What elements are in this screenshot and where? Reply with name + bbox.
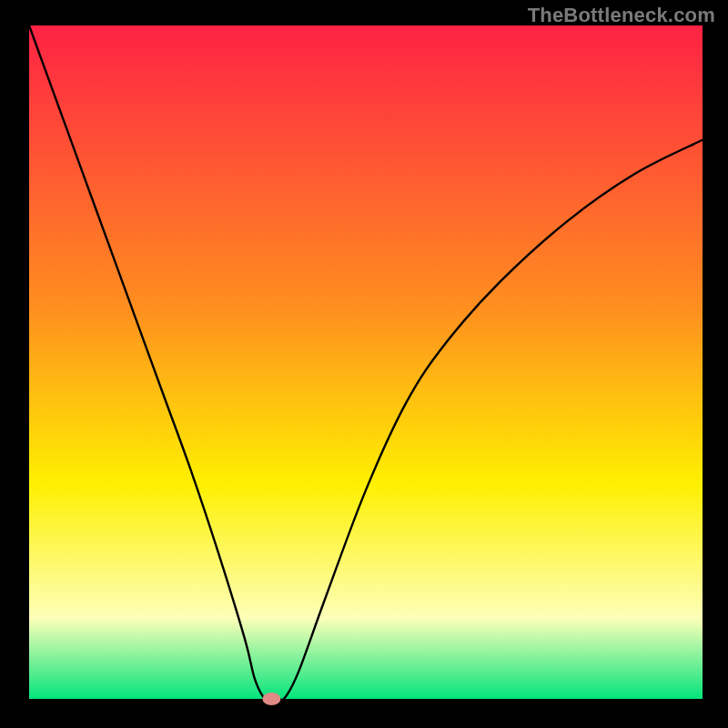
optimum-marker	[262, 693, 280, 705]
watermark-text: TheBottleneck.com	[528, 4, 715, 27]
chart-container: { "watermark": "TheBottleneck.com", "cha…	[0, 0, 728, 728]
bottleneck-chart	[0, 0, 728, 728]
plot-background	[29, 25, 703, 699]
